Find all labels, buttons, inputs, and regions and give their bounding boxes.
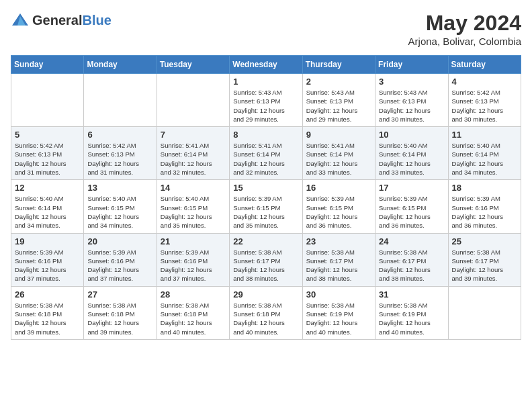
calendar-week-row: 26Sunrise: 5:38 AM Sunset: 6:18 PM Dayli… bbox=[11, 286, 521, 339]
calendar-cell: 27Sunrise: 5:38 AM Sunset: 6:18 PM Dayli… bbox=[84, 286, 157, 339]
day-info: Sunrise: 5:41 AM Sunset: 6:14 PM Dayligh… bbox=[233, 141, 298, 177]
calendar-cell: 5Sunrise: 5:42 AM Sunset: 6:13 PM Daylig… bbox=[11, 127, 84, 180]
calendar-cell: 21Sunrise: 5:39 AM Sunset: 6:16 PM Dayli… bbox=[157, 233, 229, 286]
day-info: Sunrise: 5:40 AM Sunset: 6:15 PM Dayligh… bbox=[161, 194, 226, 230]
day-number: 12 bbox=[15, 183, 80, 193]
day-info: Sunrise: 5:40 AM Sunset: 6:14 PM Dayligh… bbox=[15, 194, 80, 230]
day-info: Sunrise: 5:40 AM Sunset: 6:14 PM Dayligh… bbox=[379, 141, 444, 177]
day-number: 1 bbox=[233, 77, 298, 87]
weekday-header: Saturday bbox=[448, 56, 521, 74]
calendar-body: 1Sunrise: 5:43 AM Sunset: 6:13 PM Daylig… bbox=[11, 74, 521, 340]
day-number: 29 bbox=[233, 289, 298, 300]
day-info: Sunrise: 5:42 AM Sunset: 6:13 PM Dayligh… bbox=[87, 141, 152, 177]
calendar-cell: 18Sunrise: 5:39 AM Sunset: 6:16 PM Dayli… bbox=[448, 180, 521, 233]
day-number: 25 bbox=[452, 236, 517, 246]
day-info: Sunrise: 5:38 AM Sunset: 6:18 PM Dayligh… bbox=[15, 301, 80, 336]
day-number: 5 bbox=[15, 130, 80, 140]
day-number: 16 bbox=[306, 183, 371, 193]
calendar-cell: 30Sunrise: 5:38 AM Sunset: 6:19 PM Dayli… bbox=[302, 286, 375, 339]
title-month: May 2024 bbox=[408, 11, 521, 36]
calendar-header: SundayMondayTuesdayWednesdayThursdayFrid… bbox=[11, 56, 521, 74]
calendar-cell: 1Sunrise: 5:43 AM Sunset: 6:13 PM Daylig… bbox=[230, 74, 302, 127]
logo-text-general: General bbox=[32, 13, 82, 28]
day-info: Sunrise: 5:38 AM Sunset: 6:18 PM Dayligh… bbox=[233, 301, 298, 336]
calendar-cell: 19Sunrise: 5:39 AM Sunset: 6:16 PM Dayli… bbox=[11, 233, 84, 286]
logo-icon bbox=[11, 11, 30, 30]
calendar-week-row: 1Sunrise: 5:43 AM Sunset: 6:13 PM Daylig… bbox=[11, 74, 521, 127]
day-number: 22 bbox=[233, 236, 298, 246]
weekday-row: SundayMondayTuesdayWednesdayThursdayFrid… bbox=[11, 56, 521, 74]
day-number: 3 bbox=[379, 77, 444, 87]
day-number: 17 bbox=[379, 183, 444, 193]
day-info: Sunrise: 5:38 AM Sunset: 6:18 PM Dayligh… bbox=[87, 301, 152, 336]
calendar-cell bbox=[84, 74, 157, 127]
calendar-cell: 28Sunrise: 5:38 AM Sunset: 6:18 PM Dayli… bbox=[157, 286, 229, 339]
day-number: 8 bbox=[233, 130, 298, 140]
calendar-cell: 10Sunrise: 5:40 AM Sunset: 6:14 PM Dayli… bbox=[375, 127, 448, 180]
calendar-cell: 29Sunrise: 5:38 AM Sunset: 6:18 PM Dayli… bbox=[230, 286, 302, 339]
calendar-cell: 15Sunrise: 5:39 AM Sunset: 6:15 PM Dayli… bbox=[230, 180, 302, 233]
day-number: 14 bbox=[161, 183, 226, 193]
day-info: Sunrise: 5:41 AM Sunset: 6:14 PM Dayligh… bbox=[161, 141, 226, 177]
day-number: 24 bbox=[379, 236, 444, 246]
day-info: Sunrise: 5:38 AM Sunset: 6:18 PM Dayligh… bbox=[161, 301, 226, 336]
calendar-cell: 20Sunrise: 5:39 AM Sunset: 6:16 PM Dayli… bbox=[84, 233, 157, 286]
calendar-week-row: 12Sunrise: 5:40 AM Sunset: 6:14 PM Dayli… bbox=[11, 180, 521, 233]
day-info: Sunrise: 5:40 AM Sunset: 6:15 PM Dayligh… bbox=[87, 194, 152, 230]
day-info: Sunrise: 5:38 AM Sunset: 6:17 PM Dayligh… bbox=[233, 248, 298, 283]
calendar-cell: 7Sunrise: 5:41 AM Sunset: 6:14 PM Daylig… bbox=[157, 127, 229, 180]
day-info: Sunrise: 5:38 AM Sunset: 6:17 PM Dayligh… bbox=[379, 248, 444, 283]
calendar-cell: 4Sunrise: 5:42 AM Sunset: 6:13 PM Daylig… bbox=[448, 74, 521, 127]
day-info: Sunrise: 5:38 AM Sunset: 6:17 PM Dayligh… bbox=[452, 248, 517, 283]
weekday-header: Wednesday bbox=[230, 56, 302, 74]
day-number: 13 bbox=[87, 183, 152, 193]
day-info: Sunrise: 5:38 AM Sunset: 6:19 PM Dayligh… bbox=[379, 301, 444, 336]
calendar-cell: 24Sunrise: 5:38 AM Sunset: 6:17 PM Dayli… bbox=[375, 233, 448, 286]
calendar-cell: 14Sunrise: 5:40 AM Sunset: 6:15 PM Dayli… bbox=[157, 180, 229, 233]
calendar-cell: 6Sunrise: 5:42 AM Sunset: 6:13 PM Daylig… bbox=[84, 127, 157, 180]
page-header: GeneralBlue May 2024 Arjona, Bolivar, Co… bbox=[11, 11, 521, 47]
day-info: Sunrise: 5:42 AM Sunset: 6:13 PM Dayligh… bbox=[15, 141, 80, 177]
title-location: Arjona, Bolivar, Colombia bbox=[408, 36, 521, 47]
day-number: 15 bbox=[233, 183, 298, 193]
day-info: Sunrise: 5:40 AM Sunset: 6:14 PM Dayligh… bbox=[452, 141, 517, 177]
day-info: Sunrise: 5:38 AM Sunset: 6:19 PM Dayligh… bbox=[306, 301, 371, 336]
calendar-week-row: 5Sunrise: 5:42 AM Sunset: 6:13 PM Daylig… bbox=[11, 127, 521, 180]
day-info: Sunrise: 5:39 AM Sunset: 6:15 PM Dayligh… bbox=[379, 194, 444, 230]
calendar-cell: 8Sunrise: 5:41 AM Sunset: 6:14 PM Daylig… bbox=[230, 127, 302, 180]
calendar-cell: 12Sunrise: 5:40 AM Sunset: 6:14 PM Dayli… bbox=[11, 180, 84, 233]
day-info: Sunrise: 5:43 AM Sunset: 6:13 PM Dayligh… bbox=[233, 88, 298, 124]
day-info: Sunrise: 5:43 AM Sunset: 6:13 PM Dayligh… bbox=[306, 88, 371, 124]
weekday-header: Tuesday bbox=[157, 56, 229, 74]
title-block: May 2024 Arjona, Bolivar, Colombia bbox=[408, 11, 521, 47]
day-number: 10 bbox=[379, 130, 444, 140]
day-info: Sunrise: 5:39 AM Sunset: 6:15 PM Dayligh… bbox=[306, 194, 371, 230]
calendar-cell: 9Sunrise: 5:41 AM Sunset: 6:14 PM Daylig… bbox=[302, 127, 375, 180]
calendar-cell: 17Sunrise: 5:39 AM Sunset: 6:15 PM Dayli… bbox=[375, 180, 448, 233]
day-number: 6 bbox=[87, 130, 152, 140]
weekday-header: Thursday bbox=[302, 56, 375, 74]
calendar-cell: 31Sunrise: 5:38 AM Sunset: 6:19 PM Dayli… bbox=[375, 286, 448, 339]
calendar-cell: 16Sunrise: 5:39 AM Sunset: 6:15 PM Dayli… bbox=[302, 180, 375, 233]
calendar-cell bbox=[157, 74, 229, 127]
day-number: 7 bbox=[161, 130, 226, 140]
day-number: 30 bbox=[306, 289, 371, 300]
day-info: Sunrise: 5:39 AM Sunset: 6:15 PM Dayligh… bbox=[233, 194, 298, 230]
day-number: 11 bbox=[452, 130, 517, 140]
calendar-cell: 3Sunrise: 5:43 AM Sunset: 6:13 PM Daylig… bbox=[375, 74, 448, 127]
day-info: Sunrise: 5:39 AM Sunset: 6:16 PM Dayligh… bbox=[87, 248, 152, 283]
day-info: Sunrise: 5:43 AM Sunset: 6:13 PM Dayligh… bbox=[379, 88, 444, 124]
day-number: 20 bbox=[87, 236, 152, 246]
day-number: 19 bbox=[15, 236, 80, 246]
day-number: 4 bbox=[452, 77, 517, 87]
logo: GeneralBlue bbox=[11, 11, 112, 30]
day-info: Sunrise: 5:39 AM Sunset: 6:16 PM Dayligh… bbox=[161, 248, 226, 283]
day-info: Sunrise: 5:39 AM Sunset: 6:16 PM Dayligh… bbox=[452, 194, 517, 230]
weekday-header: Sunday bbox=[11, 56, 84, 74]
weekday-header: Monday bbox=[84, 56, 157, 74]
calendar-cell: 25Sunrise: 5:38 AM Sunset: 6:17 PM Dayli… bbox=[448, 233, 521, 286]
logo-text-blue: Blue bbox=[82, 13, 111, 28]
weekday-header: Friday bbox=[375, 56, 448, 74]
day-number: 2 bbox=[306, 77, 371, 87]
calendar-table: SundayMondayTuesdayWednesdayThursdayFrid… bbox=[11, 55, 521, 340]
